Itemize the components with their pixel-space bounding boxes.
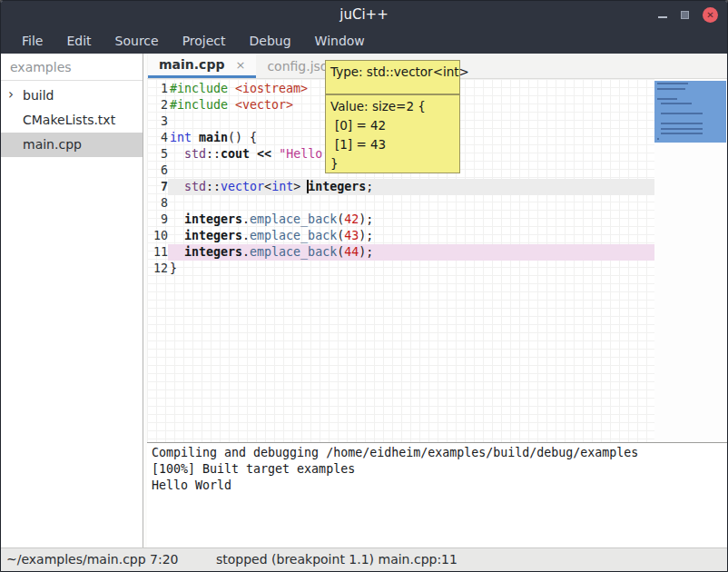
code-token: :: bbox=[206, 147, 221, 161]
line-number[interactable]: 9 bbox=[147, 212, 168, 228]
file-tree-panel: examples › build CMakeLists.txt main.cpp bbox=[1, 54, 143, 549]
build-output-panel[interactable]: Compiling and debugging /home/eidheim/ex… bbox=[147, 442, 727, 549]
code-token: ); bbox=[359, 245, 373, 259]
minimap[interactable] bbox=[654, 79, 727, 442]
code-token: . bbox=[242, 212, 250, 226]
debug-value-tooltip: Value: size=2 { [0] = 42 [1] = 43 } bbox=[325, 94, 460, 173]
code-line[interactable]: integers.emplace_back(44); bbox=[170, 244, 654, 261]
code-token: main bbox=[199, 131, 228, 144]
menu-project[interactable]: Project bbox=[171, 30, 238, 52]
code-token: #include bbox=[170, 82, 228, 95]
line-number[interactable]: 8 bbox=[147, 195, 168, 212]
tree-item-build[interactable]: › build bbox=[1, 84, 143, 108]
code-token bbox=[170, 245, 184, 259]
code-token: integers bbox=[184, 245, 242, 259]
titlebar[interactable]: juCi++ ✕ bbox=[1, 1, 727, 28]
topbar: juCi++ ✕ File Edit Source Project Debug … bbox=[1, 1, 727, 54]
tree-item-label: main.cpp bbox=[23, 137, 82, 152]
minimap-line bbox=[661, 128, 703, 130]
tooltip-type-text: Type: std::vector<int> bbox=[330, 63, 455, 82]
code-token: int bbox=[170, 131, 192, 144]
code-token: > bbox=[293, 180, 308, 193]
tree-item-maincpp[interactable]: main.cpp bbox=[1, 133, 143, 157]
line-number[interactable]: 4 bbox=[147, 130, 168, 146]
line-number[interactable]: 7 bbox=[147, 179, 168, 195]
code-token bbox=[228, 82, 235, 95]
tab-close-icon[interactable]: × bbox=[235, 58, 245, 72]
code-token bbox=[228, 98, 235, 112]
code-token: <vector> bbox=[235, 98, 293, 112]
menu-file[interactable]: File bbox=[10, 30, 54, 52]
code-token: vector bbox=[221, 180, 264, 193]
menu-edit[interactable]: Edit bbox=[54, 30, 103, 52]
code-token bbox=[271, 147, 279, 161]
minimap-line bbox=[661, 123, 703, 124]
close-icon[interactable]: ✕ bbox=[703, 7, 718, 23]
menu-debug[interactable]: Debug bbox=[238, 30, 303, 52]
window-controls: ✕ bbox=[658, 1, 718, 28]
tooltip-value-text: [1] = 43 bbox=[330, 135, 455, 154]
code-token: integers bbox=[308, 180, 366, 193]
code-token: <iostream> bbox=[235, 82, 308, 95]
type-tooltip: Type: std::vector<int> bbox=[325, 60, 460, 94]
output-line: Hello World bbox=[152, 478, 727, 494]
menubar: File Edit Source Project Debug Window bbox=[1, 28, 727, 54]
code-token: ; bbox=[366, 180, 373, 193]
code-token: #include bbox=[170, 98, 228, 112]
code-token: integers bbox=[184, 229, 242, 242]
tree-item-label: CMakeLists.txt bbox=[23, 113, 115, 127]
line-number[interactable]: 6 bbox=[147, 163, 168, 179]
code-line[interactable]: integers.emplace_back(43); bbox=[170, 228, 654, 244]
tree-item-label: build bbox=[23, 88, 54, 103]
statusbar: ~/examples/main.cpp 7:20 stopped (breakp… bbox=[1, 547, 727, 571]
code-token bbox=[192, 131, 199, 144]
line-number[interactable]: 1 bbox=[147, 81, 168, 97]
code-token: ); bbox=[359, 229, 373, 242]
code-token: . bbox=[242, 229, 250, 242]
minimap-line bbox=[657, 98, 677, 100]
minimap-line bbox=[661, 133, 703, 134]
menu-source[interactable]: Source bbox=[103, 30, 171, 52]
expander-chevron-icon[interactable]: › bbox=[8, 83, 14, 107]
restore-icon[interactable] bbox=[681, 11, 689, 19]
minimize-icon[interactable] bbox=[658, 16, 667, 18]
project-folder-label: examples bbox=[1, 54, 143, 81]
code-line[interactable]: integers.emplace_back(42); bbox=[170, 212, 654, 228]
code-line[interactable]: std::vector<int> integers; bbox=[170, 179, 654, 195]
line-number[interactable]: 10 bbox=[147, 228, 168, 244]
code-line[interactable] bbox=[170, 195, 654, 212]
line-number-gutter[interactable]: 123456789101112 bbox=[147, 81, 168, 277]
minimap-line bbox=[657, 83, 688, 84]
line-number[interactable]: 2 bbox=[147, 97, 168, 113]
code-token: < bbox=[264, 180, 271, 193]
output-line: [100%] Built target examples bbox=[152, 461, 727, 478]
status-debug-state: stopped (breakpoint 1.1) main.cpp:11 bbox=[216, 552, 457, 567]
line-number[interactable]: 11 bbox=[147, 244, 168, 261]
menu-window[interactable]: Window bbox=[303, 30, 377, 52]
line-number[interactable]: 12 bbox=[147, 261, 168, 277]
code-token: :: bbox=[206, 180, 221, 193]
code-line[interactable]: } bbox=[170, 261, 654, 277]
file-tree: › build CMakeLists.txt main.cpp bbox=[1, 81, 143, 157]
code-token: int bbox=[271, 180, 293, 193]
code-token: emplace_back bbox=[250, 229, 337, 242]
minimap-line bbox=[661, 113, 703, 114]
code-token: 43 bbox=[344, 229, 359, 242]
app-window: juCi++ ✕ File Edit Source Project Debug … bbox=[0, 0, 728, 572]
code-token: 44 bbox=[344, 245, 359, 259]
line-number[interactable]: 5 bbox=[147, 146, 168, 163]
output-line: Compiling and debugging /home/eidheim/ex… bbox=[152, 445, 727, 461]
code-token: . bbox=[242, 245, 250, 259]
code-token: } bbox=[170, 261, 177, 275]
status-file-position: ~/examples/main.cpp 7:20 bbox=[6, 552, 179, 567]
tab-label: main.cpp bbox=[159, 57, 224, 72]
tooltip-value-text: Value: size=2 { bbox=[330, 97, 455, 116]
code-token: emplace_back bbox=[250, 212, 337, 226]
tree-item-cmakelists[interactable]: CMakeLists.txt bbox=[1, 108, 143, 133]
line-number[interactable]: 3 bbox=[147, 113, 168, 130]
code-token bbox=[170, 180, 184, 193]
code-token: cout bbox=[221, 147, 250, 161]
tab-main-cpp[interactable]: main.cpp × bbox=[148, 54, 256, 78]
code-token: std bbox=[184, 147, 206, 161]
code-token: emplace_back bbox=[250, 245, 337, 259]
